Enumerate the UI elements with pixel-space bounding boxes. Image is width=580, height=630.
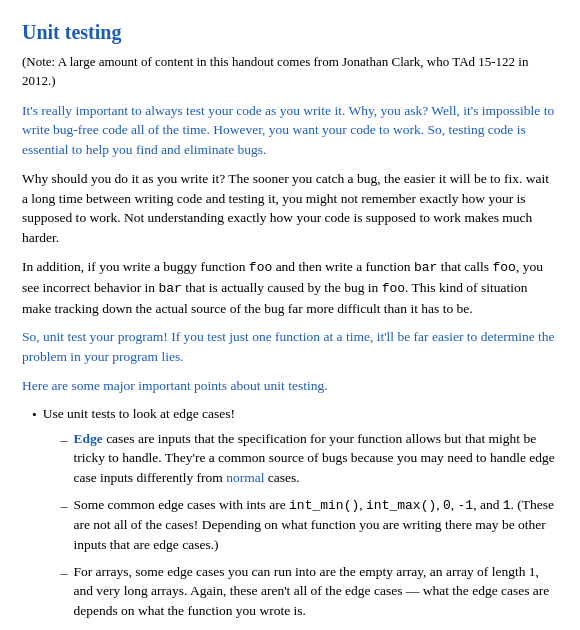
paragraph-2: Why should you do it as you write it? Th… [22,169,558,248]
bullet-item-1: • Use unit tests to look at edge cases! … [32,404,558,627]
code-one: 1 [503,498,511,513]
paragraph-4: So, unit test your program! If you test … [22,327,558,366]
dash-icon-2: – [61,496,68,516]
bullet-1-content: Use unit tests to look at edge cases! – … [43,404,558,627]
code-bar-2: bar [158,281,181,296]
bullet-icon-1: • [32,405,37,425]
code-foo-1: foo [249,260,272,275]
sub-list-1: – Edge cases are inputs that the specifi… [43,429,558,620]
paragraph-3: In addition, if you write a buggy functi… [22,257,558,319]
main-bullet-list: • Use unit tests to look at edge cases! … [22,404,558,630]
dash-icon-1: – [61,430,68,450]
code-zero: 0 [443,498,451,513]
code-foo-2: foo [492,260,515,275]
sub-item-1: – Edge cases are inputs that the specifi… [61,429,558,488]
sub-2-content: Some common edge cases with ints are int… [73,495,558,555]
dash-icon-3: – [61,563,68,583]
code-neg-one: -1 [458,498,474,513]
normal-label: normal [226,470,264,485]
note-text: (Note: A large amount of content in this… [22,53,558,91]
code-bar: bar [414,260,437,275]
bullet-1-text: Use unit tests to look at edge cases! [43,406,235,421]
sub-item-2: – Some common edge cases with ints are i… [61,495,558,555]
code-foo-3: foo [382,281,405,296]
sub-3-content: For arrays, some edge cases you can run … [73,562,558,621]
sub-item-3: – For arrays, some edge cases you can ru… [61,562,558,621]
code-int-max: int_max() [366,498,436,513]
code-int-min: int_min() [289,498,359,513]
sub-1-content: Edge cases are inputs that the specifica… [73,429,558,488]
page-title: Unit testing [22,18,558,47]
paragraph-5: Here are some major important points abo… [22,376,558,396]
edge-label: Edge [73,431,102,446]
paragraph-1: It's really important to always test you… [22,101,558,160]
